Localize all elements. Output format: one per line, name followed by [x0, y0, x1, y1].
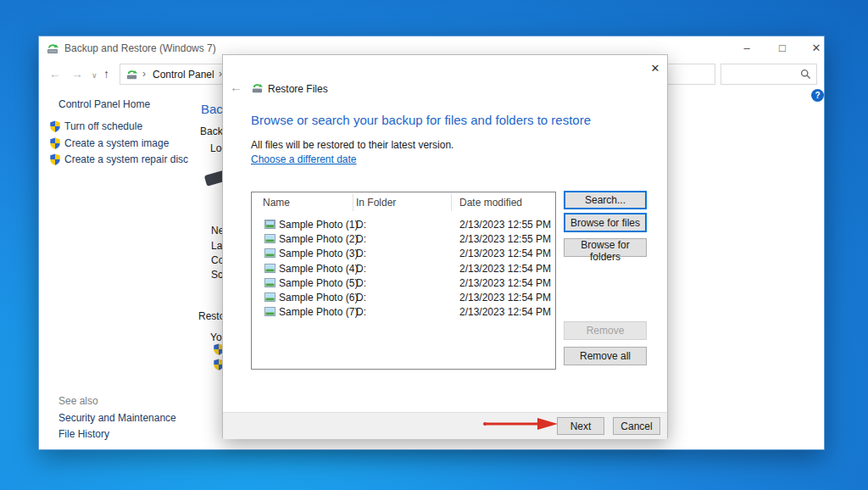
annotation-arrow-icon	[481, 416, 559, 432]
minimize-button[interactable]: –	[732, 36, 761, 60]
uac-shield-icon	[49, 120, 61, 132]
sidebar-item-security-maintenance[interactable]: Security and Maintenance	[58, 412, 176, 424]
cancel-button[interactable]: Cancel	[613, 417, 660, 435]
uac-shield-icon	[49, 153, 61, 165]
table-row[interactable]: Sample Photo (7)D:2/13/2023 12:54 PM	[252, 304, 555, 320]
search-button[interactable]: Search...	[564, 191, 647, 209]
table-row[interactable]: Sample Photo (6)D:2/13/2023 12:54 PM	[252, 290, 555, 305]
table-row[interactable]: Sample Photo (2)D:2/13/2023 12:55 PM	[252, 231, 555, 247]
dialog-subtext: All files will be restored to their late…	[251, 139, 453, 151]
table-row[interactable]: Sample Photo (5)D:2/13/2023 12:54 PM	[252, 276, 555, 291]
next-button[interactable]: Next	[557, 417, 604, 435]
column-header-name[interactable]: Name	[263, 197, 290, 209]
table-row[interactable]: Sample Photo (4)D:2/13/2023 12:54 PM	[252, 261, 555, 276]
sidebar-item-turn-off-schedule[interactable]: Turn off schedule	[49, 120, 142, 132]
dialog-footer: Next Cancel	[223, 412, 667, 439]
uac-shield-icon	[49, 137, 61, 149]
browse-for-folders-button[interactable]: Browse for folders	[564, 238, 647, 257]
photo-icon	[264, 234, 275, 243]
column-divider[interactable]	[451, 194, 452, 211]
remove-button[interactable]: Remove	[564, 321, 647, 340]
see-also-label: See also	[58, 395, 98, 407]
column-header-date-modified[interactable]: Date modified	[459, 197, 522, 209]
dialog-heading: Browse or search your backup for files a…	[251, 113, 641, 127]
choose-different-date-link[interactable]: Choose a different date	[251, 153, 357, 165]
desktop: Backup and Restore (Windows 7) – □ ✕ ← →…	[0, 0, 868, 490]
sidebar-item-create-repair-disc[interactable]: Create a system repair disc	[49, 153, 188, 165]
up-icon[interactable]: ↑	[103, 67, 109, 81]
photo-icon	[264, 248, 275, 258]
backup-file-list[interactable]: Name In Folder Date modified Sample Phot…	[251, 192, 556, 370]
remove-all-button[interactable]: Remove all	[564, 347, 647, 365]
browse-for-files-button[interactable]: Browse for files	[564, 213, 647, 232]
table-row[interactable]: Sample Photo (3)D:2/13/2023 12:54 PM	[252, 246, 555, 261]
photo-icon	[264, 220, 275, 229]
sidebar-item-label: Create a system image	[64, 137, 169, 149]
breadcrumb-separator: ›	[142, 68, 146, 80]
search-input[interactable]	[721, 64, 817, 85]
forward-icon[interactable]: →	[71, 67, 83, 81]
help-icon[interactable]: ?	[811, 89, 824, 102]
dialog-close-icon[interactable]: ✕	[645, 60, 665, 77]
sidebar-item-file-history[interactable]: File History	[58, 428, 109, 440]
window-title: Backup and Restore (Windows 7)	[64, 42, 216, 54]
search-icon	[800, 69, 811, 80]
column-header-in-folder[interactable]: In Folder	[356, 197, 396, 209]
backup-app-icon	[125, 68, 138, 81]
photo-icon	[264, 278, 275, 287]
column-divider[interactable]	[353, 194, 353, 211]
close-button[interactable]: ✕	[802, 36, 831, 60]
photo-icon	[264, 264, 275, 273]
sidebar-item-label: Turn off schedule	[64, 120, 142, 132]
backup-app-icon	[46, 42, 59, 55]
sidebar-item-control-panel-home[interactable]: Control Panel Home	[58, 98, 150, 110]
dialog-title: Restore Files	[268, 83, 328, 95]
list-header: Name In Folder Date modified	[252, 192, 555, 213]
dialog-back-icon[interactable]: ←	[230, 80, 242, 94]
restore-files-icon	[251, 81, 264, 94]
table-row[interactable]: Sample Photo (1)D:2/13/2023 12:55 PM	[252, 217, 555, 232]
sidebar-item-create-system-image[interactable]: Create a system image	[49, 137, 169, 149]
photo-icon	[264, 292, 275, 302]
photo-icon	[264, 307, 275, 316]
sidebar-item-label: Create a system repair disc	[64, 153, 188, 165]
restore-files-dialog: ✕ ← Restore Files Browse or search your …	[222, 54, 668, 438]
back-icon[interactable]: ←	[49, 67, 61, 81]
recent-locations-chevron-icon[interactable]: ∨	[92, 71, 97, 80]
breadcrumb-control-panel[interactable]: Control Panel	[153, 69, 214, 81]
maximize-button[interactable]: □	[768, 36, 797, 60]
